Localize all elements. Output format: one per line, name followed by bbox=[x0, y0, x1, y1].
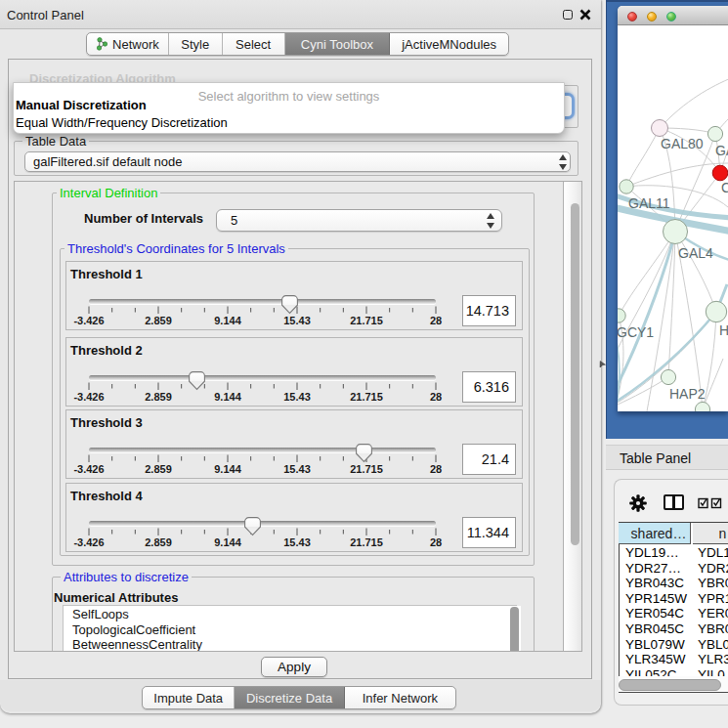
svg-text:GA: GA bbox=[715, 143, 728, 158]
svg-text:GAL80: GAL80 bbox=[661, 136, 704, 151]
svg-text:C: C bbox=[721, 180, 728, 195]
svg-text:GAL4: GAL4 bbox=[678, 245, 713, 261]
svg-text:H: H bbox=[719, 322, 728, 338]
svg-text:GAL11: GAL11 bbox=[628, 195, 670, 211]
svg-text:HAP2: HAP2 bbox=[669, 386, 706, 402]
svg-text:GCY1: GCY1 bbox=[618, 324, 654, 340]
